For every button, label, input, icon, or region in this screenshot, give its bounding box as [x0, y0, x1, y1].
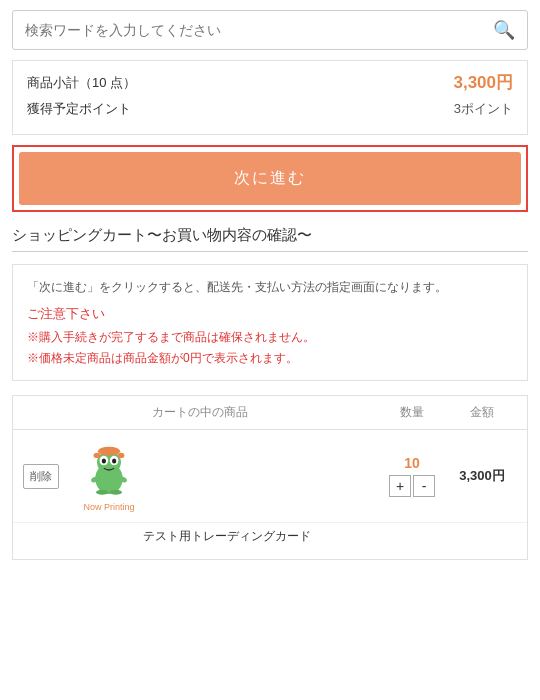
now-printing-label: Now Printing [83, 502, 134, 512]
subtotal-row: 商品小計（10 点） 3,300円 [27, 71, 513, 94]
product-image-area: Now Printing [69, 440, 149, 512]
search-input[interactable] [13, 12, 481, 48]
summary-box: 商品小計（10 点） 3,300円 獲得予定ポイント 3ポイント [12, 60, 528, 135]
points-row: 獲得予定ポイント 3ポイント [27, 100, 513, 118]
delete-button[interactable]: 削除 [23, 464, 59, 489]
notice-main-text: 「次に進む」をクリックすると、配送先・支払い方法の指定画面になります。 [27, 277, 513, 297]
subtotal-label: 商品小計（10 点） [27, 74, 136, 92]
svg-point-11 [96, 490, 108, 495]
qty-number: 10 [404, 455, 420, 471]
cart-header-price: 金額 [447, 404, 517, 421]
search-button[interactable]: 🔍 [481, 11, 527, 49]
qty-increase-button[interactable]: + [389, 475, 411, 497]
qty-area: 10 + - [377, 455, 447, 497]
search-bar: 🔍 [12, 10, 528, 50]
product-name-area: テスト用トレーディングカード [13, 523, 527, 559]
qty-controls: + - [389, 475, 435, 497]
product-image [79, 440, 139, 500]
cart-header-qty: 数量 [377, 404, 447, 421]
svg-point-6 [98, 447, 120, 456]
svg-point-7 [94, 453, 101, 458]
subtotal-price: 3,300円 [453, 71, 513, 94]
cart-header-product: カートの中の商品 [23, 404, 377, 421]
qty-decrease-button[interactable]: - [413, 475, 435, 497]
section-title: ショッピングカート〜お買い物内容の確認〜 [12, 226, 528, 252]
notice-caution-item-2: ※価格未定商品は商品金額が0円で表示されます。 [27, 348, 513, 368]
cart-box: カートの中の商品 数量 金額 削除 [12, 395, 528, 560]
svg-point-12 [110, 490, 122, 495]
cart-item: 削除 [13, 430, 527, 523]
svg-point-8 [118, 453, 125, 458]
product-name: テスト用トレーディングカード [133, 529, 311, 543]
next-button[interactable]: 次に進む [19, 152, 521, 205]
points-value: 3ポイント [454, 100, 513, 118]
points-label: 獲得予定ポイント [27, 100, 131, 118]
item-price: 3,300円 [447, 467, 517, 485]
notice-caution-item-1: ※購入手続きが完了するまで商品は確保されません。 [27, 327, 513, 347]
notice-caution-title: ご注意下さい [27, 303, 513, 325]
next-button-wrapper: 次に進む [12, 145, 528, 212]
svg-point-5 [112, 459, 116, 464]
cart-header: カートの中の商品 数量 金額 [13, 396, 527, 430]
notice-box: 「次に進む」をクリックすると、配送先・支払い方法の指定画面になります。 ご注意下… [12, 264, 528, 381]
svg-point-4 [102, 459, 106, 464]
